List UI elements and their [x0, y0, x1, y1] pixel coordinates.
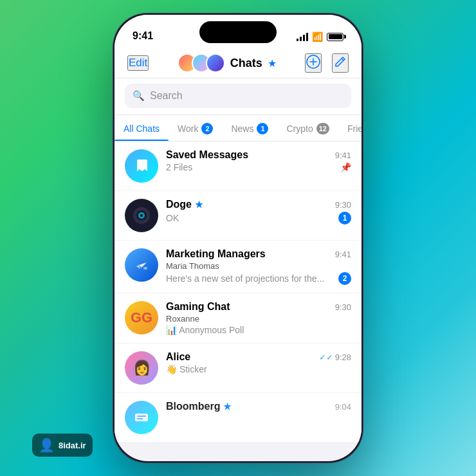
chat-content-bloomberg: Bloomberg ★ 9:04	[166, 401, 351, 414]
svg-rect-9	[137, 416, 146, 417]
chat-item-saved-messages[interactable]: Saved Messages 9:41 2 Files 📌	[114, 142, 362, 191]
chat-bottom-doge: OK 1	[166, 212, 351, 224]
chat-item-bloomberg[interactable]: Bloomberg ★ 9:04	[114, 393, 362, 443]
tab-crypto[interactable]: Crypto 12	[277, 119, 338, 141]
svg-point-7	[143, 267, 147, 270]
chat-item-alice[interactable]: 👩 Alice ✓✓ 9:28 👋 Sticker	[114, 343, 362, 393]
chat-name-marketing: Marketing Managers	[166, 248, 266, 260]
chat-content-doge: Doge ★ 9:30 OK 1	[166, 199, 351, 224]
tab-all-chats[interactable]: All Chats	[114, 119, 169, 141]
gaming-avatar-text: GG	[131, 309, 152, 326]
chat-top-row-gaming: Gaming Chat 9:30	[166, 301, 351, 313]
watermark: 👤 8idat.ir	[32, 434, 93, 457]
chat-name-saved: Saved Messages	[166, 149, 248, 161]
status-bar: 9:41 📶	[114, 15, 362, 47]
chat-content-saved: Saved Messages 9:41 2 Files 📌	[166, 149, 351, 172]
chat-top-row-doge: Doge ★ 9:30	[166, 199, 351, 210]
chat-avatar-saved	[125, 149, 158, 183]
chat-name-gaming: Gaming Chat	[166, 301, 230, 313]
search-icon: 🔍	[133, 90, 145, 102]
chat-item-doge[interactable]: Doge ★ 9:30 OK 1	[114, 191, 362, 241]
pin-icon-saved: 📌	[340, 162, 351, 172]
chat-top-row-alice: Alice ✓✓ 9:28	[166, 351, 351, 363]
tab-news[interactable]: News 1	[222, 119, 277, 141]
search-bar[interactable]: 🔍 Search	[125, 84, 351, 108]
doge-star: ★	[195, 199, 203, 210]
tab-work-badge: 2	[201, 123, 213, 134]
chat-avatar-bloomberg	[125, 401, 158, 434]
chat-top-row-bloomberg: Bloomberg ★ 9:04	[166, 401, 351, 412]
avatar-3	[206, 53, 225, 73]
double-checkmark-alice: ✓✓	[319, 352, 333, 362]
status-time: 9:41	[133, 30, 153, 42]
bar-chart-icon: 📊	[166, 325, 177, 335]
chat-sub-doge: OK	[166, 213, 179, 223]
chat-time-doge: 9:30	[335, 200, 351, 210]
chat-sub-alice: 👋 Sticker	[166, 364, 207, 374]
tab-news-badge: 1	[257, 123, 268, 134]
chat-item-marketing[interactable]: Marketing Managers 9:41 Maria Thomas Her…	[114, 241, 362, 293]
alice-time-area: ✓✓ 9:28	[319, 352, 351, 362]
chat-sender-gaming: Roxanne	[166, 314, 351, 324]
nav-bar: Edit Chats ★	[114, 47, 362, 78]
chat-name-doge: Doge ★	[166, 199, 203, 210]
chat-name-alice: Alice	[166, 351, 190, 363]
chat-top-row-marketing: Marketing Managers 9:41	[166, 248, 351, 260]
nav-actions	[305, 53, 349, 73]
chat-avatar-doge	[125, 199, 158, 232]
tab-friends[interactable]: Frien...	[338, 119, 362, 141]
svg-rect-10	[137, 418, 143, 419]
chat-avatar-marketing	[125, 248, 158, 282]
chat-avatar-alice: 👩	[125, 351, 158, 385]
chat-bottom-alice: 👋 Sticker	[166, 364, 351, 374]
tab-news-label: News	[231, 124, 253, 134]
tab-crypto-badge: 12	[316, 123, 329, 134]
filter-tabs: All Chats Work 2 News 1 Crypto 12 Frien.…	[114, 115, 362, 142]
signal-icon	[297, 32, 308, 41]
chat-avatar-gaming: GG	[125, 301, 158, 334]
status-icons: 📶	[297, 32, 343, 42]
battery-icon	[327, 33, 343, 41]
compose-button[interactable]	[332, 53, 349, 73]
chat-sender-marketing: Maria Thomas	[166, 261, 351, 271]
phone-frame: 9:41 📶 Edit	[113, 13, 363, 463]
tab-crypto-label: Crypto	[286, 124, 313, 134]
unread-badge-marketing: 2	[338, 272, 351, 285]
chat-sub-saved: 2 Files	[166, 162, 192, 172]
chat-bottom-marketing: Here's a new set of projections for the.…	[166, 272, 351, 285]
chat-preview-gaming: 📊 Anonymous Poll	[166, 325, 351, 335]
star-icon: ★	[268, 57, 277, 69]
alice-avatar-img: 👩	[133, 351, 151, 385]
chat-preview-marketing: Here's a new set of projections for the.…	[166, 273, 338, 284]
chat-item-gaming[interactable]: GG Gaming Chat 9:30 Roxanne 📊 Anonymous …	[114, 293, 362, 343]
chat-name-bloomberg: Bloomberg ★	[166, 401, 232, 412]
search-container: 🔍 Search	[114, 78, 362, 115]
nav-center: Chats ★	[178, 53, 277, 73]
tab-work-label: Work	[178, 124, 198, 134]
chat-time-alice: 9:28	[335, 352, 351, 362]
svg-rect-8	[135, 414, 148, 421]
bloomberg-star: ★	[223, 401, 232, 412]
group-avatars	[178, 53, 225, 73]
phone-screen: 9:41 📶 Edit	[114, 15, 362, 461]
tab-work[interactable]: Work 2	[169, 119, 222, 141]
svg-point-6	[140, 214, 143, 217]
search-placeholder: Search	[150, 90, 183, 102]
watermark-label: 8idat.ir	[59, 441, 86, 450]
chat-content-alice: Alice ✓✓ 9:28 👋 Sticker	[166, 351, 351, 374]
chat-bottom-gaming: 📊 Anonymous Poll	[166, 325, 351, 335]
nav-title: Chats	[230, 57, 262, 70]
chat-time-bloomberg: 9:04	[335, 402, 351, 412]
unread-badge-doge: 1	[338, 212, 351, 224]
watermark-icon: 👤	[39, 437, 55, 453]
chat-time-marketing: 9:41	[335, 250, 351, 259]
chat-content-gaming: Gaming Chat 9:30 Roxanne 📊 Anonymous Pol…	[166, 301, 351, 335]
dynamic-island	[199, 21, 277, 43]
chat-list: Saved Messages 9:41 2 Files 📌	[114, 142, 362, 443]
tab-friends-label: Frien...	[347, 124, 362, 134]
chat-top-row: Saved Messages 9:41	[166, 149, 351, 161]
wifi-icon: 📶	[312, 32, 323, 42]
tab-all-chats-label: All Chats	[124, 124, 160, 134]
new-group-button[interactable]	[305, 53, 322, 73]
edit-button[interactable]: Edit	[127, 55, 149, 71]
